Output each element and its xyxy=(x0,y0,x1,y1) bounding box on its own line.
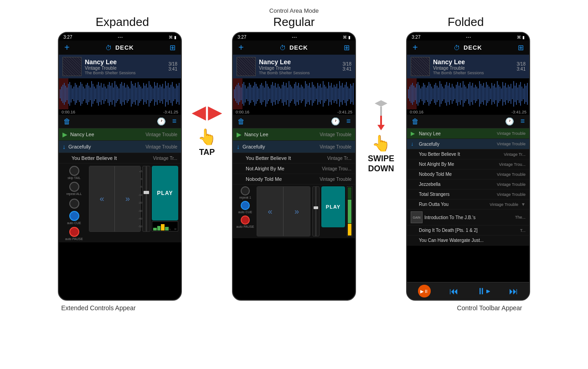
qf-0[interactable]: ▶ Nancy Lee Vintage Trouble xyxy=(407,128,529,139)
deck-label-expanded: DECK xyxy=(115,44,134,51)
play-button-regular[interactable]: PLAY xyxy=(321,186,345,227)
svg-rect-26 xyxy=(95,88,96,99)
grid-icon-folded[interactable]: ⊞ xyxy=(518,43,524,52)
qf-8[interactable]: GAIN Introduction To The J.B.'s The... xyxy=(407,210,529,226)
repeat-1-regular[interactable]: repeat 1 xyxy=(239,186,251,199)
svg-rect-255 xyxy=(516,83,517,105)
swipe-label: SWIPEDOWN xyxy=(368,154,394,174)
queue-r-0[interactable]: ▶ Nancy Lee Vintage Trouble xyxy=(233,128,355,141)
svg-rect-106 xyxy=(258,88,259,99)
history-icon-regular[interactable]: ⏱ xyxy=(279,44,286,51)
qf-1[interactable]: ↓ Gracefully Vintage Trouble xyxy=(407,139,529,149)
grid-icon-regular[interactable]: ⊞ xyxy=(344,43,350,52)
add-icon[interactable]: + xyxy=(64,42,70,53)
swipe-arrow-up xyxy=(375,100,387,130)
history-icon-folded[interactable]: ⏱ xyxy=(454,44,460,51)
pitch-slider[interactable]: +5 0 -5 -10 -20 -30 -40 -50 xyxy=(142,166,150,232)
queue-r-3[interactable]: Not Alright By Me Vintage Trou... xyxy=(233,164,355,174)
gesture-tap: ◄ ► 👆 TAP xyxy=(186,100,227,157)
clock-icon-folded[interactable]: 🕐 xyxy=(505,117,514,126)
trash-icon-folded[interactable]: 🗑 xyxy=(412,118,419,126)
clock-icon[interactable]: 🕐 xyxy=(157,117,166,126)
svg-rect-138 xyxy=(302,87,303,101)
svg-rect-150 xyxy=(319,86,320,102)
queue-artist-2: Vintage Tr... xyxy=(153,156,177,161)
svg-rect-119 xyxy=(276,87,277,100)
queue-item-0[interactable]: ▶ Nancy Lee Vintage Trouble xyxy=(59,128,181,141)
auto-pause-regular[interactable]: auto PAUSE xyxy=(237,215,254,228)
list-icon-folded[interactable]: ≡ xyxy=(521,117,525,126)
grid-icon[interactable]: ⊞ xyxy=(170,43,175,52)
toolbar-forward[interactable]: ⏭ xyxy=(509,286,518,297)
status-time-regular: 3:27 xyxy=(237,35,246,40)
auto-pause-btn[interactable]: auto PAUSE xyxy=(62,227,87,241)
svg-rect-29 xyxy=(99,86,100,102)
queue-item-1[interactable]: ↓ Gracefully Vintage Trouble xyxy=(59,141,181,153)
history-icon[interactable]: ⏱ xyxy=(105,44,112,51)
list-icon[interactable]: ≡ xyxy=(172,117,176,126)
queue-r-2[interactable]: You Better Believe It Vintage Tr... xyxy=(233,153,355,164)
svg-rect-259 xyxy=(521,87,522,101)
svg-rect-164 xyxy=(338,88,339,99)
svg-rect-52 xyxy=(131,81,132,107)
svg-rect-25 xyxy=(94,87,95,101)
add-icon-regular[interactable]: + xyxy=(238,42,244,53)
auto-cue-btn[interactable]: auto CUE xyxy=(62,211,87,225)
qf-3[interactable]: Not Alright By Me Vintage Trou... xyxy=(407,159,529,169)
svg-rect-95 xyxy=(243,82,244,106)
toolbar-play-pause-2[interactable]: ⏸▶ xyxy=(477,286,490,297)
svg-rect-102 xyxy=(253,86,254,102)
svg-rect-258 xyxy=(520,82,521,106)
svg-rect-66 xyxy=(150,85,151,103)
clock-icon-regular[interactable]: 🕐 xyxy=(331,117,340,126)
svg-rect-196 xyxy=(435,83,436,105)
svg-rect-23 xyxy=(91,81,92,107)
svg-rect-217 xyxy=(464,85,465,103)
queue-r-1[interactable]: ↓ Gracefully Vintage Trouble xyxy=(233,141,355,153)
repeat-all-btn[interactable]: repeat ALL xyxy=(62,182,87,195)
toolbar-rewind[interactable]: ⏮ xyxy=(449,286,459,297)
waveform-time-start-expanded: 0:00.16 xyxy=(62,110,75,114)
trash-icon-regular[interactable]: 🗑 xyxy=(237,118,245,126)
play-button[interactable]: PLAY xyxy=(152,166,178,220)
svg-rect-153 xyxy=(323,81,324,107)
svg-rect-154 xyxy=(324,85,325,103)
svg-rect-222 xyxy=(471,86,472,102)
svg-rect-155 xyxy=(325,87,326,101)
list-icon-regular[interactable]: ≡ xyxy=(346,117,351,126)
swipe-hand-icon: 👆 xyxy=(371,134,391,152)
svg-rect-250 xyxy=(509,87,510,101)
control-area-label: Control Area Mode xyxy=(0,7,588,14)
vu-meter: L R xyxy=(152,221,178,231)
qf-2[interactable]: You Better Believe It Vintage Tr... xyxy=(407,149,529,159)
waveform-times-expanded: 0:00.16 -3:41.25 xyxy=(59,109,181,115)
qf-4[interactable]: Nobody Told Me Vintage Trouble xyxy=(407,169,529,179)
track-album-expanded: The Bomb Shelter Sessions xyxy=(85,71,165,75)
track-artist-regular: Vintage Trouble xyxy=(259,66,340,71)
svg-rect-100 xyxy=(250,85,251,103)
qf-5[interactable]: Jezzebella Vintage Trouble xyxy=(407,179,529,190)
repeat-1-btn[interactable] xyxy=(62,199,87,209)
svg-rect-16 xyxy=(82,84,83,104)
qf-6[interactable]: Total Strangers Vintage Trouble xyxy=(407,190,529,200)
toolbar-play-pause[interactable]: ▶⏸ xyxy=(418,285,431,297)
qf-10[interactable]: You Can Have Watergate Just... xyxy=(407,236,529,246)
svg-rect-130 xyxy=(291,87,292,101)
caption-left: Extended Controls Appear xyxy=(36,304,160,312)
trash-icon[interactable]: 🗑 xyxy=(63,118,71,126)
wifi-icon: ⌘ xyxy=(169,35,173,40)
vu-meter-regular xyxy=(347,186,352,236)
qf-7[interactable]: Run Outta You Vintage Trouble ▼ xyxy=(407,200,529,210)
add-icon-folded[interactable]: + xyxy=(413,42,418,53)
auto-cue-regular[interactable]: auto CUE xyxy=(238,201,252,214)
svg-rect-67 xyxy=(151,87,152,101)
svg-rect-114 xyxy=(269,88,270,99)
svg-rect-240 xyxy=(495,87,496,100)
waveform-times-folded: 0:00.16 -3:41.25 xyxy=(407,109,529,115)
queue-r-4[interactable]: Nobody Told Me Vintage Trouble xyxy=(233,174,355,184)
pitch-slider-regular[interactable] xyxy=(312,186,320,236)
qf-9[interactable]: Doing It To Death [Pts. 1 & 2] T... xyxy=(407,226,529,236)
svg-rect-55 xyxy=(135,83,136,105)
queue-item-2[interactable]: You Better Believe It Vintage Tr... xyxy=(59,153,181,164)
skip-tail-btn[interactable]: skip TAIL xyxy=(62,166,87,179)
